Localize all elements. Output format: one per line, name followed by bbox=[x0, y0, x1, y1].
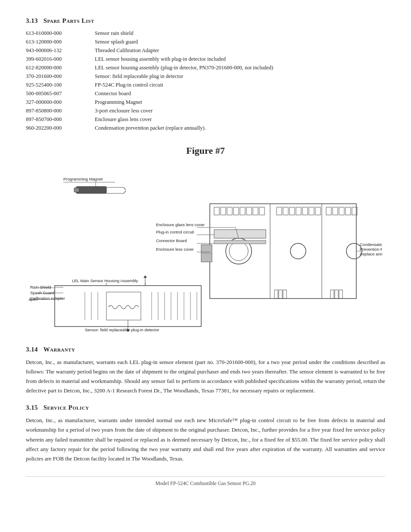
part-description: Threaded Calibration Adapter bbox=[95, 46, 159, 55]
parts-row: 370-201600-000Sensor: field replaceable … bbox=[26, 72, 385, 81]
svg-text:Prevention Packet: Prevention Packet bbox=[360, 247, 382, 252]
part-number: 613-120000-000 bbox=[26, 37, 95, 46]
svg-rect-8 bbox=[246, 207, 252, 215]
parts-row: 897-850700-000Enclosure glass lens cover bbox=[26, 115, 385, 124]
section-314-title: Warranty bbox=[44, 346, 75, 353]
svg-marker-53 bbox=[143, 275, 147, 278]
figure-7-diagram: Programming Magnet Enclosure glass lens … bbox=[29, 161, 382, 333]
svg-rect-32 bbox=[339, 290, 342, 299]
part-description: LEL sensor housing assembly with plug-in… bbox=[95, 55, 226, 63]
svg-rect-30 bbox=[330, 290, 334, 299]
svg-rect-33 bbox=[214, 230, 266, 238]
part-number: 925-525400-100 bbox=[26, 81, 95, 89]
parts-row: 960-202200-000Condensation prevention pa… bbox=[26, 124, 385, 132]
section-314-body: Detcon, Inc., as manufacturer, warrants … bbox=[26, 358, 385, 395]
svg-rect-18 bbox=[326, 207, 331, 215]
section-313-title: Spare Parts List bbox=[44, 17, 94, 24]
part-number: 613-010000-000 bbox=[26, 29, 95, 37]
svg-rect-0 bbox=[210, 204, 356, 299]
svg-rect-19 bbox=[333, 207, 338, 215]
section-313-number: 3.13 bbox=[26, 17, 38, 24]
part-number: 370-201600-000 bbox=[26, 72, 95, 81]
spare-parts-section: 3.13 Spare Parts List 613-010000-000Sens… bbox=[26, 17, 385, 132]
svg-rect-27 bbox=[274, 290, 278, 299]
section-315-title: Service Policy bbox=[44, 404, 89, 411]
svg-rect-7 bbox=[240, 207, 245, 215]
svg-text:Condensation: Condensation bbox=[360, 242, 382, 247]
parts-row: 613-010000-000Sensor rain shield bbox=[26, 29, 385, 37]
part-number: 399-602016-000 bbox=[26, 55, 95, 63]
part-description: LEL sensor housing assembly (plug-in det… bbox=[95, 63, 273, 72]
svg-rect-31 bbox=[335, 290, 338, 299]
parts-list: 613-010000-000Sensor rain shield613-1200… bbox=[26, 29, 385, 132]
part-number: 327-000000-000 bbox=[26, 98, 95, 106]
parts-row: 925-525400-100FP-524C Plug-in control ci… bbox=[26, 81, 385, 89]
section-314-number: 3.14 bbox=[26, 346, 38, 353]
svg-rect-3 bbox=[214, 207, 219, 215]
part-description: Sensor: field replaceable plug in detect… bbox=[95, 72, 183, 81]
parts-row: 327-000000-000Programming Magnet bbox=[26, 98, 385, 106]
figure-7-title: Figure #7 bbox=[26, 145, 385, 156]
svg-text:Calibration Adapter: Calibration Adapter bbox=[30, 296, 65, 301]
svg-text:Spash Guard: Spash Guard bbox=[30, 290, 54, 295]
svg-rect-5 bbox=[227, 207, 232, 215]
footer-text: Model FP-524C Combustible Gas Sensor PG.… bbox=[156, 480, 256, 486]
part-number: 897-850800-000 bbox=[26, 106, 95, 115]
part-number: 960-202200-000 bbox=[26, 124, 95, 132]
svg-rect-11 bbox=[277, 207, 282, 215]
svg-rect-15 bbox=[302, 207, 308, 215]
svg-text:Sensor: field replaceable plug: Sensor: field replaceable plug-in detect… bbox=[85, 327, 159, 332]
figure-7-section: Figure #7 bbox=[26, 145, 385, 333]
svg-rect-28 bbox=[279, 290, 282, 299]
svg-point-25 bbox=[290, 243, 306, 259]
page-footer: Model FP-524C Combustible Gas Sensor PG.… bbox=[26, 476, 385, 487]
part-number: 897-850700-000 bbox=[26, 115, 95, 124]
section-314: 3.14 Warranty Detcon, Inc., as manufactu… bbox=[26, 346, 385, 395]
svg-text:(replace annually): (replace annually) bbox=[360, 252, 382, 256]
svg-text:Programming Magnet: Programming Magnet bbox=[63, 177, 103, 181]
svg-rect-21 bbox=[346, 207, 351, 215]
section-315-heading: 3.15 Service Policy bbox=[26, 404, 385, 411]
part-description: Enclosure glass lens cover bbox=[95, 115, 152, 124]
svg-rect-36 bbox=[106, 292, 141, 320]
section-313-heading: 3.13 Spare Parts List bbox=[26, 17, 385, 25]
svg-rect-34 bbox=[214, 240, 266, 244]
svg-text:Plug-in control circuit: Plug-in control circuit bbox=[156, 230, 194, 234]
svg-rect-54 bbox=[76, 187, 106, 193]
svg-rect-13 bbox=[290, 207, 295, 215]
svg-line-59 bbox=[124, 191, 126, 193]
svg-rect-12 bbox=[283, 207, 288, 215]
part-number: 943-000006-132 bbox=[26, 46, 95, 55]
parts-row: 612-820000-000LEL sensor housing assembl… bbox=[26, 63, 385, 72]
part-description: Connector board bbox=[95, 89, 131, 98]
section-315-number: 3.15 bbox=[26, 404, 38, 411]
parts-row: 943-000006-132Threaded Calibration Adapt… bbox=[26, 46, 385, 55]
part-description: FP-524C Plug-in control circuit bbox=[95, 81, 163, 89]
part-number: 612-820000-000 bbox=[26, 63, 95, 72]
figure-7-svg: Programming Magnet Enclosure glass lens … bbox=[29, 161, 382, 333]
part-description: Sensor splash guard bbox=[95, 37, 138, 46]
svg-text:LEL Main Sensor Housing Assemb: LEL Main Sensor Housing Assembly bbox=[72, 278, 138, 283]
svg-line-58 bbox=[124, 187, 126, 190]
svg-rect-14 bbox=[296, 207, 301, 215]
svg-rect-9 bbox=[253, 207, 258, 215]
svg-text:Enclosure glass lens cover: Enclosure glass lens cover bbox=[156, 222, 205, 227]
svg-rect-10 bbox=[259, 207, 265, 215]
svg-rect-29 bbox=[283, 290, 286, 299]
svg-rect-20 bbox=[339, 207, 344, 215]
part-number: 500-005065-007 bbox=[26, 89, 95, 98]
parts-row: 399-602016-000LEL sensor housing assembl… bbox=[26, 55, 385, 63]
section-314-heading: 3.14 Warranty bbox=[26, 346, 385, 353]
parts-row: 500-005065-007Connector board bbox=[26, 89, 385, 98]
parts-row: 613-120000-000Sensor splash guard bbox=[26, 37, 385, 46]
svg-text:Rain Shield: Rain Shield bbox=[30, 285, 51, 289]
svg-rect-55 bbox=[74, 188, 79, 192]
part-description: Programming Magnet bbox=[95, 98, 142, 106]
svg-text:Connector Board: Connector Board bbox=[156, 238, 187, 243]
svg-text:Enclosure less cover: Enclosure less cover bbox=[156, 247, 194, 252]
svg-rect-6 bbox=[234, 207, 239, 215]
parts-row: 897-850800-0003-port enclosure less cove… bbox=[26, 106, 385, 115]
section-315-body: Detcon, Inc., as manufacturer, warrants … bbox=[26, 416, 385, 463]
part-description: 3-port enclosure less cover bbox=[95, 106, 153, 115]
part-description: Condensation prevention packet (replace … bbox=[95, 124, 206, 132]
